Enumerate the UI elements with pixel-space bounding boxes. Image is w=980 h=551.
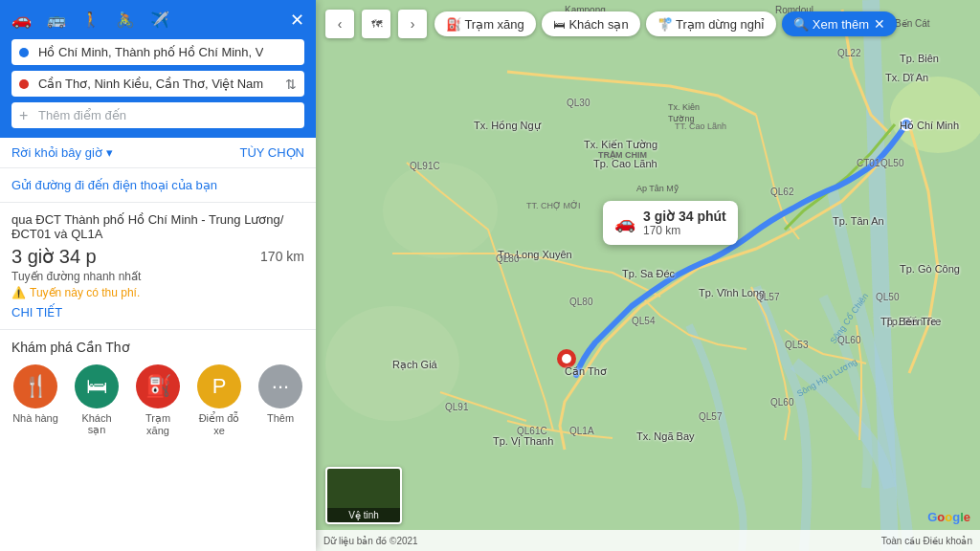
explore-label: Thêm [267, 412, 294, 424]
sidebar-header: 🚗 🚌 🚶 🚴 ✈️ ✕ Hồ Chí Minh, Thành phố Hồ C… [0, 0, 316, 138]
tooltip-time: 3 giờ 34 phút [643, 209, 726, 224]
map-layers-button[interactable]: 🗺 [362, 10, 390, 38]
warning-icon: ⚠️ [11, 286, 26, 299]
car-icon: 🚗 [614, 212, 635, 233]
options-button[interactable]: TÙY CHỌN [239, 145, 304, 160]
route-detail-link[interactable]: CHI TIẾT [11, 305, 304, 320]
depart-time-button[interactable]: Rời khỏi bây giờ ▾ [11, 145, 113, 160]
explore-circle: P [197, 364, 241, 408]
add-icon: + [19, 108, 28, 123]
route-name: qua ĐCT Thành phố Hồ Chí Minh - Trung Lư… [11, 212, 304, 241]
map-filter-button[interactable]: ⛽ Trạm xăng [434, 11, 536, 36]
explore-item[interactable]: 🛏 Khách sạn [73, 364, 121, 436]
map-filter-button[interactable]: 🔍 Xem thêm✕ [782, 11, 897, 36]
send-directions-button[interactable]: Gửi đường đi đến điện thoại của bạn [0, 168, 316, 203]
explore-circle: 🛏 [75, 364, 119, 408]
mode-walk-icon[interactable]: 🚶 [81, 11, 100, 29]
explore-item[interactable]: P Điểm đỗ xe [195, 364, 243, 436]
svg-text:Tx. Kiên: Tx. Kiên [668, 102, 700, 112]
add-destination-button[interactable]: + Thêm điểm đến [11, 102, 304, 128]
explore-label: Nhà hàng [12, 412, 58, 424]
map-back-button[interactable]: ‹ [325, 10, 354, 38]
explore-circle: 🍴 [13, 364, 57, 408]
origin-dot [19, 48, 29, 57]
filter-close-icon[interactable]: ✕ [874, 16, 885, 32]
mode-flight-icon[interactable]: ✈️ [150, 11, 169, 29]
explore-label: Khách sạn [73, 412, 121, 436]
svg-point-3 [325, 306, 459, 421]
close-button[interactable]: ✕ [290, 11, 304, 29]
destination-text: Cần Thơ, Ninh Kiều, Cần Thơ, Việt Nam [38, 77, 263, 91]
map-svg: Kampong Romdoul Bến Cát TRẠM CHIM Ap Tân… [316, 0, 980, 551]
route-meta: 3 giờ 34 p 170 km [11, 245, 304, 268]
map-bottom-bar: Dữ liệu bản đồ ©2021 Toàn cầu Điều khoản [316, 530, 980, 551]
route-tooltip: 🚗 3 giờ 34 phút 170 km [603, 201, 738, 245]
svg-text:TRẠM CHIM: TRẠM CHIM [598, 150, 647, 160]
explore-label: Điểm đỗ xe [195, 412, 243, 436]
satellite-view-button[interactable]: Vệ tinh [325, 467, 402, 524]
tooltip-info: 3 giờ 34 phút 170 km [643, 209, 726, 237]
explore-label: Trạm xăng [134, 412, 182, 436]
explore-item[interactable]: ··· Thêm [256, 364, 304, 424]
explore-section: Khám phá Cần Thơ 🍴 Nhà hàng 🛏 Khách sạn … [0, 330, 316, 442]
depart-chevron-icon: ▾ [106, 145, 113, 160]
origin-text: Hồ Chí Minh, Thành phố Hồ Chí Minh, V [38, 45, 263, 59]
explore-circle: ⛽ [136, 364, 180, 408]
route-tag: Tuyến đường nhanh nhất [11, 270, 304, 283]
svg-point-4 [901, 119, 912, 130]
map-filter-button[interactable]: 🛏 Khách sạn [542, 11, 640, 36]
tooltip-distance: 170 km [643, 224, 726, 237]
route-options-bar: Rời khỏi bây giờ ▾ TÙY CHỌN [0, 138, 316, 168]
svg-text:Ap Tân Mỹ: Ap Tân Mỹ [636, 184, 679, 193]
map-filter-button[interactable]: 🚏 Trạm dừng nghỉ [646, 11, 777, 36]
svg-point-6 [562, 354, 571, 364]
add-dest-label: Thêm điểm đến [38, 108, 126, 122]
route-result: qua ĐCT Thành phố Hồ Chí Minh - Trung Lư… [0, 203, 316, 330]
destination-dot [19, 79, 29, 89]
sidebar: 🚗 🚌 🚶 🚴 ✈️ ✕ Hồ Chí Minh, Thành phố Hồ C… [0, 0, 316, 551]
map-terms: Toàn cầu Điều khoản [881, 536, 972, 546]
explore-circle: ··· [258, 364, 302, 408]
depart-label: Rời khỏi bây giờ [11, 145, 102, 160]
svg-text:Bến Cát: Bến Cát [895, 18, 930, 29]
svg-text:Tường: Tường [668, 114, 695, 123]
mode-car-icon[interactable]: 🚗 [11, 10, 32, 30]
swap-button[interactable]: ⇅ [285, 77, 297, 92]
satellite-label: Vệ tinh [327, 508, 400, 522]
mode-bus-icon[interactable]: 🚌 [47, 11, 66, 29]
transport-mode-bar: 🚗 🚌 🚶 🚴 ✈️ ✕ [11, 10, 304, 30]
explore-item[interactable]: ⛽ Trạm xăng [134, 364, 182, 436]
map-toolbar: ‹ 🗺 › ⛽ Trạm xăng🛏 Khách sạn🚏 Trạm dừng … [325, 10, 897, 38]
explore-title: Khám phá Cần Thơ [11, 340, 304, 355]
route-warning: ⚠️ Tuyến này có thu phí. [11, 286, 304, 299]
map-area[interactable]: Kampong Romdoul Bến Cát TRẠM CHIM Ap Tân… [316, 0, 980, 551]
route-time: 3 giờ 34 p [11, 245, 97, 268]
destination-input[interactable]: Cần Thơ, Ninh Kiều, Cần Thơ, Việt Nam ⇅ [11, 71, 304, 97]
mode-bike-icon[interactable]: 🚴 [116, 11, 135, 29]
route-distance: 170 km [260, 249, 304, 264]
svg-point-2 [383, 163, 498, 258]
explore-item[interactable]: 🍴 Nhà hàng [11, 364, 59, 424]
filter-buttons: ⛽ Trạm xăng🛏 Khách sạn🚏 Trạm dừng nghỉ🔍 … [434, 11, 897, 36]
svg-text:TT. CHỢ MỚI: TT. CHỢ MỚI [526, 200, 581, 210]
map-copyright: Dữ liệu bản đồ ©2021 [323, 536, 418, 546]
google-logo: Google [927, 510, 970, 524]
map-forward-button[interactable]: › [398, 10, 427, 38]
explore-icons: 🍴 Nhà hàng 🛏 Khách sạn ⛽ Trạm xăng P Điể… [11, 364, 304, 436]
warning-text: Tuyến này có thu phí. [30, 286, 140, 299]
origin-input[interactable]: Hồ Chí Minh, Thành phố Hồ Chí Minh, V [11, 39, 304, 65]
